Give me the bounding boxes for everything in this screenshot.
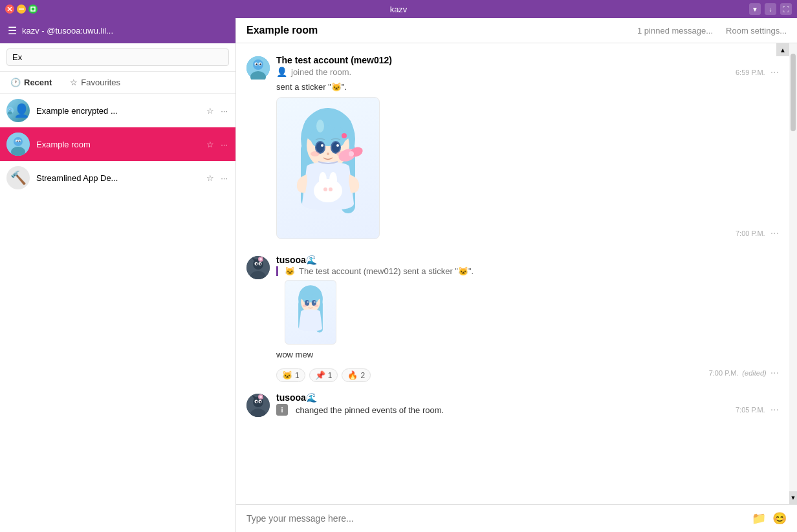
chat-title: Example room [246, 25, 627, 36]
svg-point-75 [314, 304, 318, 307]
message-group-1: The test account (mew012) 👤 joined the r… [236, 51, 789, 248]
sidebar-header: ☰ kazv - @tusooa:uwu.lil... [0, 18, 235, 43]
room-item-example-encrypted[interactable]: Example encrypted ... ☆ ··· [0, 94, 235, 127]
star-button-example[interactable]: ☆ [205, 138, 215, 151]
room-avatar-encrypted [6, 99, 30, 122]
room-name-example: Example room [36, 140, 199, 149]
chat-header: Example room 1 pinned message... Room se… [236, 18, 797, 43]
room-info-example: Example room [36, 140, 199, 149]
svg-point-60 [259, 263, 261, 264]
message-body-tusooa-1: tusooa🌊 🐱 The test account (mew012) sent… [276, 255, 779, 382]
reaction-pin-emoji: 📌 [315, 370, 325, 380]
message-sender-tusooa-2: tusooa🌊 [276, 392, 779, 403]
svg-point-19 [253, 59, 263, 70]
room-info-streamlined: Streamlined App De... [36, 173, 199, 183]
join-more-btn[interactable]: ··· [770, 67, 779, 78]
tab-favourites[interactable]: ☆ Favourites [66, 76, 124, 89]
tab-recent[interactable]: 🕐 Recent [6, 76, 56, 89]
svg-point-51 [329, 187, 333, 191]
svg-point-5 [8, 109, 11, 111]
quote-icon: 🐱 [285, 266, 295, 276]
svg-point-33 [316, 120, 324, 133]
more-button-streamlined[interactable]: ··· [219, 172, 229, 184]
room-settings-label[interactable]: Room settings... [726, 26, 787, 36]
message-group-tusooa-2: tusooa🌊 i changed the pinned events of t… [236, 388, 789, 421]
scroll-top-button[interactable]: ▲ [776, 43, 789, 56]
message-body-tusooa-2: tusooa🌊 i changed the pinned events of t… [276, 392, 779, 416]
recent-icon: 🕐 [10, 78, 21, 87]
scroll-bottom-button[interactable]: ▼ [789, 491, 797, 504]
tray-icon[interactable]: ▼ [749, 3, 761, 15]
sticker-event: sent a sticker "🐱". [276, 82, 779, 239]
reply-more-btn[interactable]: ··· [770, 367, 779, 379]
message-input[interactable] [246, 513, 745, 524]
more-button-example[interactable]: ··· [219, 138, 229, 151]
edited-label: (edited) [742, 369, 766, 377]
sidebar-search [0, 43, 235, 72]
sticker-image [276, 97, 380, 239]
chat-header-meta: 1 pinned message... Room settings... [637, 26, 787, 36]
room-actions-streamlined: ☆ ··· [205, 172, 229, 184]
pinned-change-text: changed the pinned events of the room. [296, 405, 444, 415]
svg-point-47 [314, 179, 342, 202]
reaction-pin[interactable]: 📌 1 [309, 368, 338, 382]
pinned-messages-label[interactable]: 1 pinned message... [637, 26, 713, 36]
reaction-fire[interactable]: 🔥 2 [342, 368, 371, 382]
join-event: 👤 joined the room. 6:59 P.M. ··· [276, 67, 779, 78]
svg-point-74 [303, 304, 307, 307]
titlebar-right-controls[interactable]: ▼ ↓ ⛶ [749, 3, 792, 15]
message-text-wowmew: wow mew [276, 350, 779, 359]
room-item-streamlined[interactable]: 🔨 Streamlined App De... ☆ ··· [0, 161, 235, 195]
reaction-cat[interactable]: 🐱 1 [276, 368, 305, 382]
close-button[interactable] [5, 5, 14, 14]
attach-button[interactable]: 📁 [752, 511, 766, 526]
svg-point-37 [332, 142, 340, 153]
reply-time: 7:00 P.M. [709, 369, 739, 377]
svg-point-17 [19, 141, 21, 142]
message-body-mew012: The test account (mew012) 👤 joined the r… [276, 55, 779, 244]
download-icon[interactable]: ↓ [765, 3, 776, 15]
message-sender-tusooa-1: tusooa🌊 [276, 255, 779, 265]
svg-point-6 [8, 111, 12, 114]
join-text: joined the room. [291, 67, 351, 77]
avatar-tusooa-2 [246, 394, 270, 417]
svg-rect-3 [31, 7, 35, 11]
scrollbar-thumb[interactable] [791, 54, 796, 131]
room-avatar-example [6, 133, 30, 156]
svg-point-72 [307, 301, 309, 303]
maximize-button[interactable] [28, 5, 38, 14]
fullscreen-icon[interactable]: ⛶ [780, 3, 792, 15]
svg-point-39 [336, 144, 339, 147]
info-badge-icon: i [276, 404, 288, 416]
svg-point-59 [256, 263, 257, 264]
reaction-pin-count: 1 [328, 371, 333, 380]
star-button-streamlined[interactable]: ☆ [205, 172, 215, 184]
reaction-fire-count: 2 [360, 371, 365, 380]
minimize-button[interactable] [17, 5, 26, 14]
svg-point-73 [314, 301, 316, 303]
svg-point-9 [10, 109, 10, 110]
window-controls[interactable] [5, 5, 38, 14]
emoji-button[interactable]: 😊 [772, 511, 787, 526]
svg-point-41 [311, 151, 320, 156]
more-button-encrypted[interactable]: ··· [219, 105, 229, 117]
pinned-change-time: 7:05 P.M. [736, 406, 765, 414]
hamburger-icon[interactable]: ☰ [8, 25, 17, 37]
quote-text: The test account (mew012) sent a sticker… [299, 266, 474, 276]
star-button-encrypted[interactable]: ☆ [205, 105, 215, 117]
input-area: 📁 😊 [236, 504, 797, 532]
messages-area: ▲ The [236, 43, 789, 504]
pinned-change-more-btn[interactable]: ··· [770, 404, 779, 416]
svg-point-38 [321, 144, 323, 147]
room-item-example-room[interactable]: Example room ☆ ··· [0, 127, 235, 161]
svg-point-40 [327, 153, 329, 155]
sticker-more-btn[interactable]: ··· [770, 228, 779, 239]
message-sender-mew012: The test account (mew012) [276, 55, 779, 65]
messages-wrapper: ▲ The [236, 43, 797, 504]
quote-sticker-image [285, 280, 336, 345]
svg-point-84 [259, 401, 261, 402]
svg-point-83 [256, 401, 257, 402]
search-input[interactable] [6, 48, 229, 66]
join-time: 6:59 P.M. [736, 69, 765, 76]
svg-point-50 [323, 187, 327, 191]
